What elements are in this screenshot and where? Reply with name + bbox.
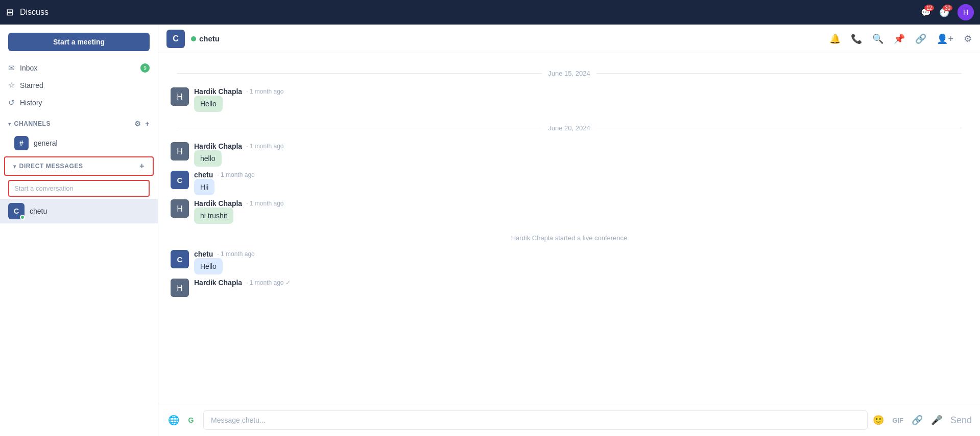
channels-chevron: ▾ [8,121,11,127]
chat-area: C chetu 🔔 📞 🔍 📌 🔗 👤+ ⚙ June 15, 2024 [158,25,980,436]
message-row: C chetu · 1 month ago Hello [171,250,968,274]
topbar-icons: 💬 12 🕐 30 H [921,4,974,20]
add-user-icon[interactable]: 👤+ [937,33,953,44]
dm-item-chetu[interactable]: C chetu [0,199,158,223]
svg-text:H: H [177,147,183,156]
input-icons-left: 🌐 G [166,413,198,427]
gif-icon[interactable]: GIF [892,417,903,424]
search-icon[interactable]: 🔍 [872,33,883,44]
dm-add-icon[interactable]: + [139,162,145,171]
dm-section-header[interactable]: ▾ DIRECT MESSAGES + [4,156,154,176]
inbox-icon: ✉ [8,63,15,73]
message-notification-icon[interactable]: 💬 12 [921,8,931,17]
start-meeting-button[interactable]: Start a meeting [8,33,150,51]
sidebar-item-inbox[interactable]: ✉ Inbox 9 [0,59,158,77]
microphone-icon[interactable]: 🎤 [931,415,942,426]
message-badge: 12 [924,5,934,11]
status-indicator [191,36,196,41]
message-input[interactable] [203,410,868,430]
message-time: · 1 month ago ✓ [246,279,291,286]
grid-icon[interactable]: ⊞ [6,7,14,18]
channel-general[interactable]: # general [0,132,158,154]
online-indicator [20,215,25,220]
settings-icon[interactable]: ⚙ [964,33,972,44]
channels-actions: ⚙ + [134,120,150,128]
svg-text:H: H [177,93,183,101]
channels-section-header[interactable]: ▾ CHANNELS ⚙ + [0,116,158,132]
sidebar-item-history[interactable]: ↺ History [0,94,158,111]
send-button[interactable]: Send [950,415,972,426]
channels-label: CHANNELS [14,120,51,127]
message-bubble: Hello [194,258,223,274]
message-content: Hardik Chapla · 1 month ago ✓ [194,279,291,287]
message-time: · 1 month ago [217,250,254,258]
chat-header-avatar: C [166,30,185,48]
message-time: · 1 month ago [246,88,283,95]
message-row: H Hardik Chapla · 1 month ago hi trushit [171,199,968,224]
message-content: Hardik Chapla · 1 month ago Hello [194,87,284,112]
dm-avatar-chetu: C [8,203,25,219]
starred-icon: ☆ [8,81,15,90]
sender-avatar-chetu: C [171,171,189,189]
clock-badge: 30 [943,5,952,11]
message-bubble: hello [194,150,222,167]
history-label: History [20,99,42,107]
date-divider-2: June 20, 2024 [171,124,968,132]
date-divider-1: June 15, 2024 [171,70,968,77]
sender-avatar-hardik: H [171,142,189,160]
history-icon: ↺ [8,98,15,107]
inbox-badge: 9 [140,63,150,73]
sidebar-item-starred[interactable]: ☆ Starred [0,77,158,94]
chat-input-area: 🌐 G 🙂 GIF 🔗 🎤 Send [158,404,980,436]
message-bubble: hi trushit [194,208,233,224]
message-row: H Hardik Chapla · 1 month ago ✓ [171,279,968,297]
system-message: Hardik Chapla started a live conference [171,234,968,242]
message-content: chetu · 1 month ago Hii [194,171,255,195]
main-layout: Start a meeting ✉ Inbox 9 ☆ Starred ↺ Hi… [0,25,980,436]
emoji-add-icon[interactable]: 🌐 [166,413,181,427]
chat-messages[interactable]: June 15, 2024 H Hardik Chapla · 1 month … [158,53,980,404]
user-avatar[interactable]: H [958,4,974,20]
message-content: Hardik Chapla · 1 month ago hello [194,142,284,167]
dm-search-container [4,180,154,197]
channels-add-icon[interactable]: + [145,120,150,128]
message-content: Hardik Chapla · 1 month ago hi trushit [194,199,284,224]
sidebar-top: Start a meeting [0,25,158,55]
grammarly-icon[interactable]: G [184,413,198,427]
svg-text:H: H [963,8,968,16]
sidebar-nav: ✉ Inbox 9 ☆ Starred ↺ History [0,55,158,116]
dm-label: DIRECT MESSAGES [19,163,83,170]
message-bubble: Hello [194,96,223,112]
message-time: · 1 month ago [217,171,254,178]
chat-header-name: chetu [191,34,220,43]
dm-search-input[interactable] [8,180,150,197]
sender-avatar-hardik: H [171,199,189,218]
chat-header-actions: 🔔 📞 🔍 📌 🔗 👤+ ⚙ [829,33,972,44]
message-content: chetu · 1 month ago Hello [194,250,255,274]
starred-label: Starred [20,81,43,89]
message-row: H Hardik Chapla · 1 month ago Hello [171,87,968,112]
message-row: C chetu · 1 month ago Hii [171,171,968,195]
svg-text:H: H [177,284,183,292]
attachment-icon[interactable]: 🔗 [912,415,923,426]
attachment-icon[interactable]: 🔗 [915,33,926,44]
bell-icon[interactable]: 🔔 [829,33,841,44]
emoji-icon[interactable]: 🙂 [873,415,884,426]
message-row: H Hardik Chapla · 1 month ago hello [171,142,968,167]
topbar: ⊞ Discuss 💬 12 🕐 30 H [0,0,980,25]
message-bubble: Hii [194,179,214,195]
chat-input-actions: 🙂 GIF 🔗 🎤 Send [873,415,972,426]
sender-avatar-hardik: H [171,279,189,297]
pin-icon[interactable]: 📌 [894,33,905,44]
app-title: Discuss [20,8,49,17]
channel-general-label: general [34,139,58,147]
message-time: · 1 month ago [246,200,283,207]
sidebar: Start a meeting ✉ Inbox 9 ☆ Starred ↺ Hi… [0,25,158,436]
clock-notification-icon[interactable]: 🕐 30 [939,8,949,17]
phone-icon[interactable]: 📞 [851,33,862,44]
channels-settings-icon[interactable]: ⚙ [134,120,141,128]
svg-text:H: H [177,204,183,213]
sender-avatar-chetu: C [171,250,189,268]
channel-icon-general: # [14,136,29,150]
chat-header: C chetu 🔔 📞 🔍 📌 🔗 👤+ ⚙ [158,25,980,53]
